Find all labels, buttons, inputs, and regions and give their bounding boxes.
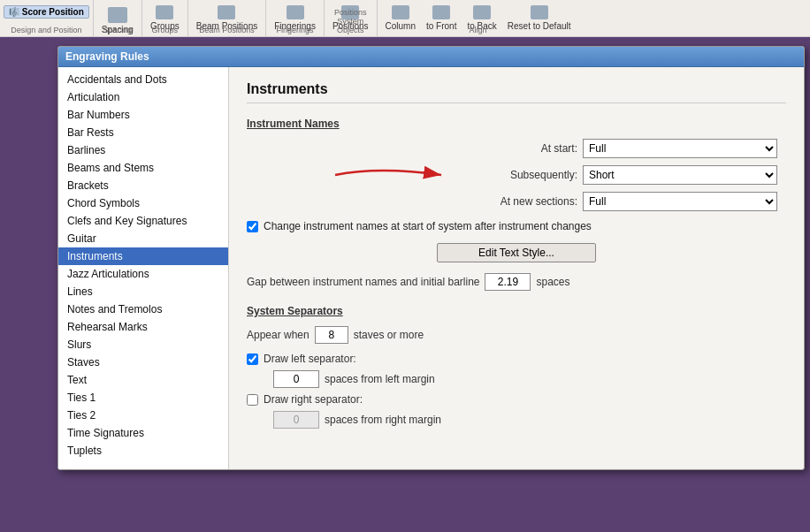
sidebar-item-slurs[interactable]: Slurs	[58, 336, 228, 353]
gap-row: Gap between instrument names and initial…	[247, 273, 786, 291]
at-start-label: At start:	[462, 142, 577, 155]
sidebar-item-staves[interactable]: Staves	[58, 353, 228, 371]
sidebar-item-bar-numbers[interactable]: Bar Numbers	[58, 106, 228, 124]
align-group: Column to Front to Back Reset to Default…	[378, 0, 579, 36]
change-names-label: Change instrument names at start of syst…	[264, 220, 592, 232]
arrow-svg	[326, 162, 459, 188]
right-margin-suffix: spaces from right margin	[325, 414, 441, 426]
subsequently-select[interactable]: Full Short None	[583, 165, 777, 185]
change-names-checkbox-row: Change instrument names at start of syst…	[247, 220, 786, 232]
content-panel: Instruments Instrument Names At start: F…	[229, 67, 804, 469]
sidebar-item-rehearsal-marks[interactable]: Rehearsal Marks	[58, 318, 228, 336]
change-names-checkbox[interactable]	[247, 221, 258, 232]
positions-group-label: Positions System Objects	[325, 8, 377, 34]
sidebar-item-instruments[interactable]: Instruments	[58, 247, 228, 265]
edit-text-style-button[interactable]: Edit Text Style...	[437, 243, 596, 262]
sidebar-item-barlines[interactable]: Barlines	[58, 141, 228, 159]
fingerings-icon	[287, 5, 304, 19]
sidebar-item-bar-rests[interactable]: Bar Rests	[58, 124, 228, 141]
sidebar-item-articulation[interactable]: Articulation	[58, 88, 228, 106]
gap-suffix: spaces	[536, 276, 569, 288]
sidebar-item-jazz-articulations[interactable]: Jazz Articulations	[58, 265, 228, 283]
sidebar-item-brackets[interactable]: Brackets	[58, 177, 228, 194]
appear-when-suffix: staves or more	[354, 329, 424, 341]
gap-input[interactable]	[485, 273, 531, 291]
score-position-button[interactable]: 🎼 Score Position	[4, 5, 89, 19]
design-position-group: 🎼 Score Position Design and Position	[0, 0, 94, 36]
at-new-sections-select[interactable]: Full Short None	[583, 192, 777, 211]
left-margin-row: spaces from left margin	[273, 370, 786, 388]
sidebar-item-ties2[interactable]: Ties 2	[58, 407, 228, 424]
draw-right-separator-row: Draw right separator:	[247, 393, 786, 406]
fingerings-group: Fingerings Fingerings	[266, 0, 325, 36]
beam-positions-icon	[218, 5, 235, 19]
groups-group: Groups Groups	[142, 0, 188, 36]
sidebar-item-notes-tremolos[interactable]: Notes and Tremolos	[58, 300, 228, 318]
to-front-icon	[432, 5, 450, 19]
appear-when-label: Appear when	[247, 329, 309, 341]
at-start-select[interactable]: Full Short None	[583, 139, 777, 158]
dialog-title: Engraving Rules	[58, 47, 804, 67]
arrow-annotation	[326, 162, 459, 191]
align-group-label: Align	[378, 26, 579, 34]
at-new-sections-label: At new sections:	[462, 195, 577, 208]
column-icon	[392, 5, 409, 19]
gap-label: Gap between instrument names and initial…	[247, 276, 479, 288]
system-separators-section: System Separators	[247, 305, 786, 317]
draw-right-checkbox[interactable]	[247, 394, 258, 406]
sidebar-item-beams-stems[interactable]: Beams and Stems	[58, 159, 228, 177]
sidebar: Accidentals and Dots Articulation Bar Nu…	[58, 67, 229, 469]
sidebar-item-clefs-key[interactable]: Clefs and Key Signatures	[58, 212, 228, 230]
design-position-label: Design and Position	[0, 26, 93, 34]
sidebar-item-accidentals[interactable]: Accidentals and Dots	[58, 71, 228, 88]
spacing-group-label: Spacing	[94, 26, 141, 34]
sidebar-item-time-signatures[interactable]: Time Signatures	[58, 424, 228, 442]
beam-positions-group: Beam Positions Beam Positions	[188, 0, 266, 36]
positions-group: Positions Positions System Objects	[325, 0, 378, 36]
at-new-sections-row: At new sections: Full Short None	[247, 192, 777, 211]
spacing-icon	[108, 7, 127, 23]
dialog-body: Accidentals and Dots Articulation Bar Nu…	[58, 67, 804, 469]
toolbar: 🎼 Score Position Design and Position Spa…	[0, 0, 810, 37]
sidebar-item-tuplets[interactable]: Tuplets	[58, 442, 228, 460]
sidebar-item-text[interactable]: Text	[58, 371, 228, 389]
appear-when-input[interactable]	[315, 326, 348, 344]
beam-positions-group-label: Beam Positions	[188, 26, 265, 34]
engraving-rules-dialog: Engraving Rules Accidentals and Dots Art…	[57, 46, 805, 470]
groups-group-label: Groups	[142, 26, 187, 34]
sidebar-item-lines[interactable]: Lines	[58, 283, 228, 300]
sidebar-item-chord-symbols[interactable]: Chord Symbols	[58, 194, 228, 212]
subsequently-label: Subsequently:	[462, 169, 577, 181]
reset-to-default-icon	[531, 5, 548, 19]
subsequently-row: Subsequently: Full Short None	[247, 165, 777, 185]
draw-left-separator-row: Draw left separator:	[247, 353, 786, 365]
instrument-names-section: Instrument Names	[247, 118, 786, 130]
draw-left-label: Draw left separator:	[264, 353, 356, 365]
right-margin-row: spaces from right margin	[273, 411, 786, 429]
main-area: Engraving Rules Accidentals and Dots Art…	[0, 37, 810, 532]
draw-left-checkbox[interactable]	[247, 353, 258, 365]
groups-icon	[156, 5, 173, 19]
draw-right-label: Draw right separator:	[264, 393, 363, 406]
content-title: Instruments	[247, 81, 786, 103]
sidebar-item-guitar[interactable]: Guitar	[58, 230, 228, 247]
to-back-icon	[473, 5, 491, 19]
spacing-group: Spacing Spacing	[94, 0, 142, 36]
score-position-icon: 🎼	[9, 7, 19, 17]
right-spaces-input[interactable]	[273, 411, 319, 429]
at-start-row: At start: Full Short None	[247, 139, 777, 158]
fingerings-group-label: Fingerings	[266, 26, 324, 34]
appear-when-row: Appear when staves or more	[247, 326, 786, 344]
left-spaces-input[interactable]	[273, 370, 319, 388]
left-margin-suffix: spaces from left margin	[325, 373, 435, 385]
sidebar-item-ties1[interactable]: Ties 1	[58, 389, 228, 407]
